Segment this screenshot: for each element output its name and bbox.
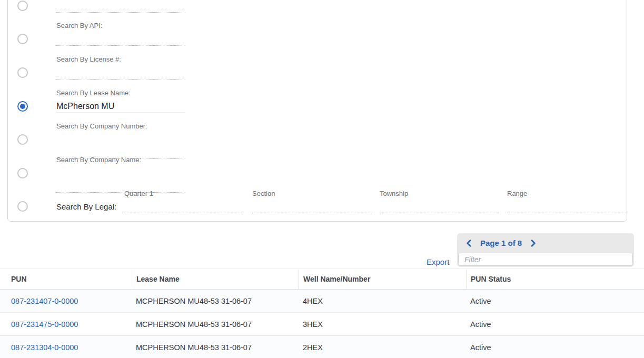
legal-section-input[interactable] — [252, 201, 371, 213]
legal-section-label: Section — [252, 190, 275, 197]
page-indicator: Page 1 of 8 — [480, 238, 522, 247]
pagination-box: Page 1 of 8 — [457, 233, 634, 267]
column-divider — [299, 270, 299, 289]
well-name-cell: 3HEX — [303, 313, 323, 336]
filter-input[interactable] — [458, 253, 633, 266]
search-by-license-label: Search By License #: — [56, 55, 121, 63]
col-header-well-name-number[interactable]: Well Name/Number — [303, 269, 370, 290]
well-name-cell: 2HEX — [303, 336, 323, 358]
search-by-lease-name-radio[interactable] — [17, 101, 28, 112]
search-by-legal-radio[interactable] — [17, 201, 28, 212]
legal-quarter1-label: Quarter 1 — [124, 190, 153, 197]
search-by-legal-label: Search By Legal: — [56, 202, 116, 211]
column-divider — [134, 270, 134, 289]
chevron-left-icon[interactable] — [465, 239, 473, 247]
api-input[interactable] — [56, 33, 185, 46]
pun-status-cell: Active — [470, 336, 491, 358]
column-divider — [467, 270, 467, 289]
legal-township-label: Township — [380, 190, 408, 197]
lease-name-input[interactable] — [56, 100, 185, 113]
search-by-api-label: Search By API: — [56, 22, 102, 29]
search-by-api-radio[interactable] — [17, 34, 28, 44]
company-name-input[interactable] — [56, 180, 185, 193]
search-by-company-name-radio[interactable] — [17, 168, 28, 178]
search-text-field[interactable] — [56, 0, 185, 13]
lease-name-cell: MCPHERSON MU48-53 31-06-07 — [136, 290, 252, 313]
pun-status-cell: Active — [470, 313, 491, 336]
license-input[interactable] — [56, 67, 185, 79]
search-by-license-radio[interactable] — [17, 67, 28, 78]
well-name-cell: 4HEX — [303, 290, 323, 313]
search-form-panel: Search By API: Search By License #: Sear… — [7, 0, 627, 222]
legal-township-input[interactable] — [380, 201, 499, 213]
pun-link[interactable]: 087-231475-0-0000 — [11, 320, 78, 329]
results-table: PUN Lease Name Well Name/Number PUN Stat… — [0, 268, 644, 358]
lease-name-cell: MCPHERSON MU48-53 31-06-07 — [136, 313, 252, 336]
chevron-right-icon[interactable] — [529, 239, 537, 247]
pun-link[interactable]: 087-231304-0-0000 — [11, 343, 78, 352]
pun-search-page: Search By API: Search By License #: Sear… — [0, 0, 644, 358]
legal-quarter1-input[interactable] — [124, 201, 243, 213]
col-header-pun[interactable]: PUN — [11, 269, 27, 290]
export-link[interactable]: Export — [427, 257, 449, 266]
lease-name-cell: MCPHERSON MU48-53 31-06-07 — [136, 336, 252, 358]
pagination-row: Page 1 of 8 — [457, 233, 634, 253]
table-row: 087-231475-0-0000 MCPHERSON MU48-53 31-0… — [0, 313, 644, 336]
search-by-lease-name-label: Search By Lease Name: — [56, 89, 131, 97]
search-by-company-number-radio[interactable] — [17, 134, 28, 145]
pun-status-cell: Active — [470, 290, 491, 313]
col-header-lease-name[interactable]: Lease Name — [136, 269, 180, 290]
search-by-company-number-label: Search By Company Number: — [56, 122, 147, 130]
legal-range-label: Range — [507, 190, 527, 197]
pun-link[interactable]: 087-231407-0-0000 — [11, 297, 78, 305]
table-row: 087-231407-0-0000 MCPHERSON MU48-53 31-0… — [0, 290, 644, 313]
col-header-pun-status[interactable]: PUN Status — [471, 269, 511, 290]
search-option-radio[interactable] — [17, 1, 28, 11]
search-by-company-name-label: Search By Company Name: — [56, 156, 141, 164]
table-row: 087-231304-0-0000 MCPHERSON MU48-53 31-0… — [0, 336, 644, 358]
legal-range-input[interactable] — [507, 201, 626, 213]
table-header-row: PUN Lease Name Well Name/Number PUN Stat… — [0, 268, 644, 290]
